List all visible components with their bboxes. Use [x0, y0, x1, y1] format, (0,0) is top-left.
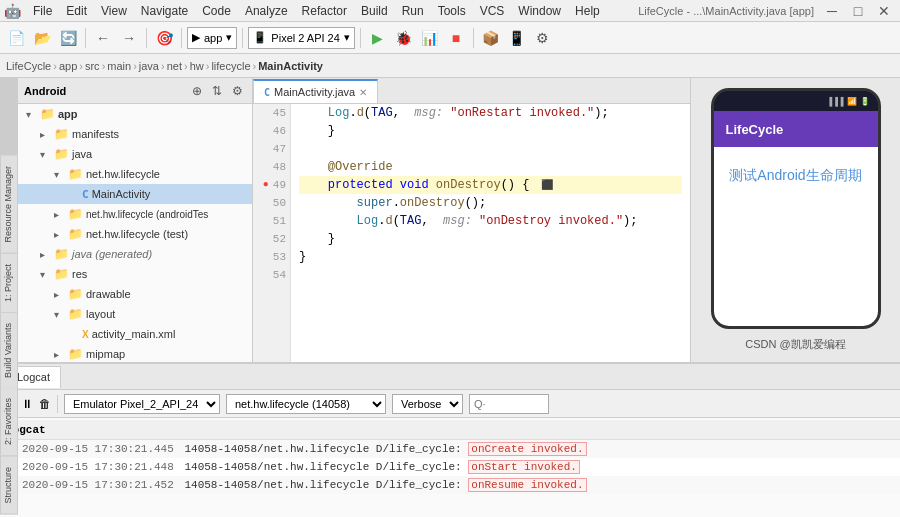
new-file-button[interactable]: 📄	[4, 26, 28, 50]
level-select[interactable]: Verbose	[392, 394, 463, 414]
menu-build[interactable]: Build	[355, 2, 394, 20]
tree-label-drawable: drawable	[86, 288, 131, 300]
build-variants-tab[interactable]: Build Variants	[0, 313, 18, 389]
tree-item-test[interactable]: ▸ 📁 net.hw.lifecycle (test)	[18, 224, 252, 244]
code-line-45: Log.d(TAG, msg: "onRestart invoked.");	[299, 104, 682, 122]
tree-item-layout[interactable]: ▾ 📁 layout	[18, 304, 252, 324]
add-tree-btn[interactable]: ⊕	[188, 82, 206, 100]
device-dropdown[interactable]: 📱 Pixel 2 API 24 ▾	[248, 27, 355, 49]
breadcrumb-hw[interactable]: hw	[190, 60, 204, 72]
tree-label-manifests: manifests	[72, 128, 119, 140]
sort-tree-btn[interactable]: ⇅	[208, 82, 226, 100]
code-line-49: protected void onDestroy() { ⬛	[299, 176, 682, 194]
menu-run[interactable]: Run	[396, 2, 430, 20]
menu-tools[interactable]: Tools	[432, 2, 472, 20]
structure-tab[interactable]: Structure	[0, 456, 18, 515]
code-line-53: }	[299, 248, 682, 266]
breadcrumb-app[interactable]: app	[59, 60, 77, 72]
menu-help[interactable]: Help	[569, 2, 606, 20]
package-select[interactable]: net.hw.lifecycle (14058)	[226, 394, 386, 414]
minimize-button[interactable]: ─	[820, 0, 844, 23]
stop-button[interactable]: ■	[444, 26, 468, 50]
line-num-50: 50	[257, 194, 286, 212]
logcat-search-input[interactable]	[469, 394, 549, 414]
breadcrumb-lifecycle[interactable]: LifeCycle	[6, 60, 51, 72]
wifi-icon: 📶	[847, 97, 857, 106]
tree-arrow-res: ▾	[40, 269, 54, 280]
settings-button[interactable]: ⚙	[531, 26, 555, 50]
folder-app-icon: 📁	[40, 107, 55, 121]
sync-button[interactable]: 🔄	[56, 26, 80, 50]
tree-item-androidtest[interactable]: ▸ 📁 net.hw.lifecycle (androidTes	[18, 204, 252, 224]
phone-content: 测试Android生命周期	[714, 147, 878, 205]
debug-button[interactable]: 🐞	[392, 26, 416, 50]
favorites-tab[interactable]: 2: Favorites	[0, 388, 18, 456]
menu-navigate[interactable]: Navigate	[135, 2, 194, 20]
tree-label-test: net.hw.lifecycle (test)	[86, 228, 188, 240]
tree-item-java[interactable]: ▾ 📁 java	[18, 144, 252, 164]
line-num-53: 53	[257, 248, 286, 266]
code-line-47	[299, 140, 682, 158]
breadcrumb-mainactivity: MainActivity	[258, 60, 323, 72]
tree-item-mainactivity[interactable]: ▸ C MainActivity	[18, 184, 252, 204]
tree-item-mipmap[interactable]: ▸ 📁 mipmap	[18, 344, 252, 362]
profile-button[interactable]: 📊	[418, 26, 442, 50]
editor-tabs: C MainActivity.java ✕	[253, 78, 690, 104]
editor-tab-mainactivity[interactable]: C MainActivity.java ✕	[253, 79, 378, 103]
tree-item-net-hw-lifecycle[interactable]: ▾ 📁 net.hw.lifecycle	[18, 164, 252, 184]
menu-code[interactable]: Code	[196, 2, 237, 20]
project-panel-header: Android ⊕ ⇅ ⚙	[18, 78, 252, 104]
folder-net-hw-icon: 📁	[68, 167, 83, 181]
phone-app-bar: LifeCycle	[714, 111, 878, 147]
menu-file[interactable]: File	[27, 2, 58, 20]
open-button[interactable]: 📂	[30, 26, 54, 50]
code-line-46: }	[299, 122, 682, 140]
run-button[interactable]: ▶	[366, 26, 390, 50]
breadcrumb-lifecycle2[interactable]: lifecycle	[211, 60, 250, 72]
resource-manager-tab[interactable]: Resource Manager	[0, 156, 18, 254]
tree-label-layout: layout	[86, 308, 115, 320]
tree-item-manifests[interactable]: ▸ 📁 manifests	[18, 124, 252, 144]
close-button[interactable]: ✕	[872, 0, 896, 23]
maximize-button[interactable]: □	[846, 0, 870, 23]
menu-bar: 🤖 File Edit View Navigate Code Analyze R…	[0, 0, 900, 22]
tree-label-mainactivity: MainActivity	[92, 188, 151, 200]
tree-item-drawable[interactable]: ▸ 📁 drawable	[18, 284, 252, 304]
menu-window[interactable]: Window	[512, 2, 567, 20]
breadcrumb-src[interactable]: src	[85, 60, 100, 72]
menu-refactor[interactable]: Refactor	[296, 2, 353, 20]
forward-button[interactable]: →	[117, 26, 141, 50]
editor-tab-close[interactable]: ✕	[359, 87, 367, 98]
avd-manager-button[interactable]: 📱	[505, 26, 529, 50]
tree-label-java-gen: java (generated)	[72, 248, 152, 260]
code-content[interactable]: Log.d(TAG, msg: "onRestart invoked."); }…	[291, 104, 690, 362]
tree-item-activity-xml[interactable]: ▸ X activity_main.xml	[18, 324, 252, 344]
sdk-manager-button[interactable]: 📦	[479, 26, 503, 50]
breadcrumb-java[interactable]: java	[139, 60, 159, 72]
logcat-content-header: logcat	[0, 420, 900, 440]
app-icon: 🤖	[4, 3, 21, 19]
menu-vcs[interactable]: VCS	[474, 2, 511, 20]
toolbar-sep-4	[242, 28, 243, 48]
project-tab[interactable]: 1: Project	[0, 254, 18, 313]
tree-item-app[interactable]: ▾ 📁 app	[18, 104, 252, 124]
breadcrumb-net[interactable]: net	[167, 60, 182, 72]
code-line-51: Log.d(TAG, msg: "onDestroy invoked.");	[299, 212, 682, 230]
target-button[interactable]: 🎯	[152, 26, 176, 50]
code-editor[interactable]: 45 46 47 48 ●49 50 51 52 53 54	[253, 104, 690, 362]
breadcrumb-main[interactable]: main	[107, 60, 131, 72]
tree-item-res[interactable]: ▾ 📁 res	[18, 264, 252, 284]
device-select[interactable]: Emulator Pixel_2_API_24	[64, 394, 220, 414]
settings-tree-btn[interactable]: ⚙	[228, 82, 246, 100]
menu-edit[interactable]: Edit	[60, 2, 93, 20]
menu-view[interactable]: View	[95, 2, 133, 20]
folder-mipmap-icon: 📁	[68, 347, 83, 361]
folder-test-icon: 📁	[68, 227, 83, 241]
phone-content-text: 测试Android生命周期	[729, 167, 861, 185]
toolbar-sep-3	[181, 28, 182, 48]
app-config-dropdown[interactable]: ▶ app ▾	[187, 27, 237, 49]
menu-analyze[interactable]: Analyze	[239, 2, 294, 20]
folder-androidtest-icon: 📁	[68, 207, 83, 221]
tree-item-java-generated[interactable]: ▸ 📁 java (generated)	[18, 244, 252, 264]
back-button[interactable]: ←	[91, 26, 115, 50]
